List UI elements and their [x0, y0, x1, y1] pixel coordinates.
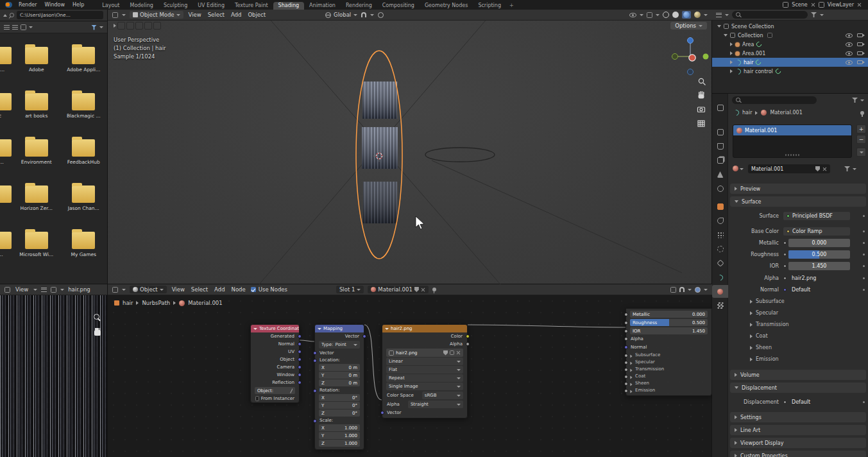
menu-help[interactable]: Help [69, 2, 88, 8]
props-tab-physics[interactable] [712, 243, 728, 255]
panel-surface[interactable]: Surface [730, 196, 866, 207]
outliner-row-scene-collection[interactable]: Scene Collection [712, 22, 868, 31]
editor-type-icon[interactable] [716, 13, 722, 17]
breadcrumb-data[interactable]: NurbsPath [142, 300, 170, 306]
list-resize-grip[interactable] [785, 154, 799, 156]
tab-geometry-nodes[interactable]: Geometry Nodes [420, 2, 473, 10]
image-editor[interactable]: View hair.png [0, 284, 107, 457]
editor-type-icon[interactable] [112, 287, 118, 293]
tab-modeling[interactable]: Modeling [124, 2, 158, 10]
output-socket[interactable] [298, 358, 302, 361]
viewlayer-name[interactable]: ViewLayer [828, 2, 854, 8]
node-image-texture[interactable]: hair2.png Color Alpha hair2.png Linear F… [382, 324, 468, 418]
input-socket[interactable] [624, 389, 628, 393]
pin-icon[interactable] [432, 288, 436, 291]
ior-slider[interactable]: IOR1.450 [630, 327, 708, 334]
breadcrumb-material[interactable]: Material.001 [770, 110, 802, 116]
grid-toggle-icon[interactable] [698, 121, 704, 126]
pin-icon[interactable] [860, 111, 864, 115]
breadcrumb-material[interactable]: Material.001 [188, 300, 222, 306]
image-name[interactable]: hair.png [68, 286, 90, 293]
camera-view-icon[interactable] [698, 107, 705, 112]
color-output-socket[interactable] [466, 334, 470, 338]
disable-render-icon[interactable] [857, 42, 863, 46]
folder-item[interactable] [0, 185, 10, 232]
filter-chevron-icon[interactable] [820, 14, 824, 16]
subpanel-emission[interactable]: Emission [750, 354, 866, 364]
folder-item[interactable]: Microsoft Wi... [13, 232, 60, 278]
outliner-search[interactable] [732, 11, 808, 19]
value-field[interactable]: Z0 m [319, 379, 360, 386]
node-title[interactable]: Mapping [315, 325, 364, 332]
input-socket[interactable] [624, 368, 628, 372]
disable-render-icon[interactable] [857, 33, 863, 37]
image-browse-icon[interactable] [51, 287, 56, 293]
pan-hand-icon[interactable] [699, 91, 704, 99]
value-field[interactable]: Z1.000 [319, 440, 360, 447]
overlays-chevron-icon[interactable] [704, 289, 708, 291]
hide-viewport-icon[interactable] [846, 33, 853, 38]
bsdf-subpanel[interactable]: Coat [626, 373, 711, 380]
unlink-material-icon[interactable] [421, 288, 425, 292]
props-tab-constraints[interactable] [712, 257, 728, 270]
editor-type-chevron-icon[interactable] [725, 14, 729, 16]
outliner-row-hair-control[interactable]: hair control [712, 67, 868, 76]
expand-icon[interactable] [730, 69, 733, 73]
panel-line-art[interactable]: Line Art [730, 425, 866, 435]
shading-rendered-icon[interactable] [694, 12, 701, 18]
node-mapping[interactable]: Mapping Vector Type:Point Vector Locatio… [314, 324, 364, 450]
tab-texture-paint[interactable]: Texture Paint [230, 2, 273, 10]
editor-type-icon[interactable] [4, 287, 10, 293]
shader-type-dropdown[interactable]: Object [130, 286, 167, 293]
gizmo-z-axis[interactable] [688, 38, 694, 44]
tool-toggle-icon[interactable] [126, 22, 134, 30]
color-space-dropdown[interactable]: sRGB [422, 392, 463, 399]
displacement-link-button[interactable]: Default [788, 398, 850, 406]
menu-object[interactable]: Object [246, 12, 267, 18]
outliner-row-area[interactable]: Area [712, 40, 868, 49]
value-field[interactable]: X0° [319, 394, 360, 401]
folder-item[interactable]: on... [0, 47, 10, 93]
subpanel-specular[interactable]: Specular [750, 308, 866, 318]
metallic-input-socket[interactable] [624, 313, 628, 316]
tab-shading[interactable]: Shading [273, 2, 305, 10]
props-tab-render[interactable] [712, 126, 728, 139]
props-tab-material[interactable] [712, 285, 728, 298]
surface-shader-button[interactable]: Principled BSDF [783, 212, 850, 220]
unlink-icon[interactable] [822, 167, 827, 171]
disable-render-icon[interactable] [857, 51, 863, 55]
editor-type-chevron-icon[interactable] [122, 289, 126, 291]
projection-dropdown[interactable]: Flat [386, 366, 463, 374]
material-name-field[interactable]: Material.001 [748, 164, 830, 173]
image-browse-icon[interactable] [389, 350, 394, 356]
visibility-toggles-icon[interactable] [629, 13, 636, 17]
tab-layout[interactable]: Layout [97, 2, 124, 10]
proportional-editing-icon[interactable] [378, 12, 384, 18]
viewlayer-browse-icon[interactable] [819, 2, 824, 8]
subpanel-subsurface[interactable]: Subsurface [750, 297, 866, 306]
blender-logo-icon[interactable] [5, 2, 12, 8]
normal-input-socket[interactable] [624, 345, 628, 349]
menu-view[interactable]: View [14, 286, 30, 293]
area-light-outline[interactable] [425, 148, 495, 162]
decorator-dot[interactable] [863, 242, 865, 244]
decorator-dot[interactable] [863, 230, 865, 232]
panel-preview[interactable]: Preview [730, 184, 866, 194]
alpha-mode-dropdown[interactable]: Straight [408, 401, 463, 408]
filter-funnel-icon[interactable] [844, 166, 850, 171]
image-datablock-field[interactable]: hair2.png [386, 349, 463, 357]
browse-chevron-icon[interactable] [740, 168, 744, 170]
filter-chevron-icon[interactable] [99, 26, 103, 28]
panel-displacement[interactable]: Displacement [730, 383, 866, 393]
decorator-dot[interactable] [863, 215, 865, 217]
thumbnail-view-icon[interactable] [21, 24, 26, 30]
shading-chevron-icon[interactable] [704, 14, 708, 16]
parent-node-tree-icon[interactable] [670, 287, 676, 293]
output-socket[interactable] [362, 334, 366, 338]
shading-solid-icon[interactable] [672, 12, 679, 18]
hide-viewport-icon[interactable] [846, 42, 853, 47]
tab-scripting[interactable]: Scripting [473, 2, 506, 10]
collection-checkbox[interactable] [767, 33, 772, 38]
add-workspace-button[interactable]: + [506, 2, 517, 10]
filter-funnel-icon[interactable] [91, 25, 97, 30]
